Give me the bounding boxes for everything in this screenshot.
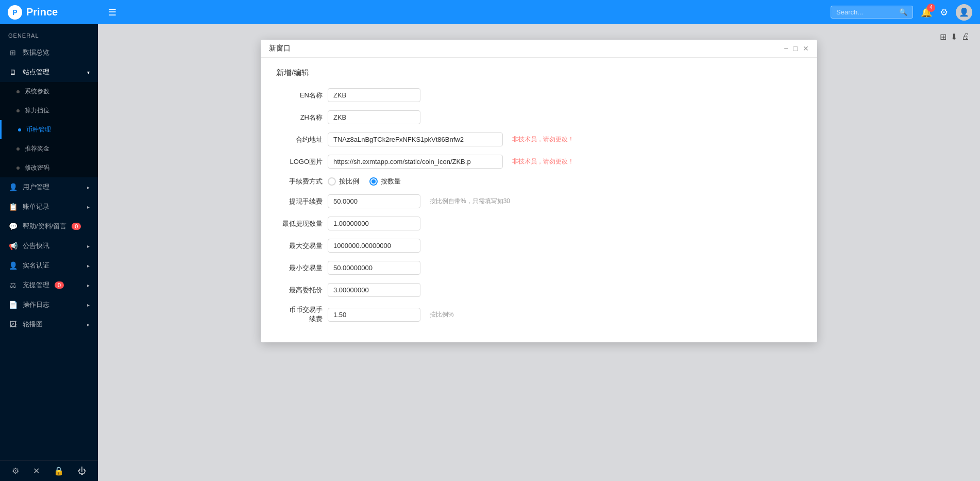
power-icon[interactable]: ⏻ (78, 467, 86, 476)
radio-label-ratio: 按比例 (339, 177, 359, 186)
min-withdraw-input[interactable] (328, 217, 420, 230)
radio-by-quantity[interactable]: 按数量 (369, 177, 401, 186)
sidebar-item-dashboard[interactable]: ⊞ 数据总览 (0, 43, 98, 62)
contract-input[interactable] (328, 132, 503, 146)
currency-fee-hint: 按比例% (430, 310, 454, 319)
deposit-badge: 0 (55, 281, 64, 289)
form-row-max-trade: 最大交易量 (276, 239, 802, 253)
radio-by-ratio[interactable]: 按比例 (328, 177, 359, 186)
sidebar-item-hashrate[interactable]: 算力挡位 (0, 101, 98, 120)
close-icon[interactable]: ✕ (33, 466, 40, 476)
contract-label: 合约地址 (276, 135, 323, 144)
lock-icon[interactable]: 🔒 (54, 466, 64, 476)
logo-label: LOGO图片 (276, 157, 323, 167)
form-row-zh-name: ZH名称 (276, 110, 802, 124)
min-trade-input[interactable] (328, 261, 420, 275)
form-row-contract: 合约地址 非技术员，请勿更改！ (276, 132, 802, 146)
withdraw-fee-input[interactable] (328, 194, 420, 208)
form-row-currency-fee: 币币交易手续费 按比例% (276, 305, 802, 324)
sidebar-item-site-mgmt[interactable]: 🖥 站点管理 ▾ (0, 62, 98, 82)
currency-fee-input[interactable] (328, 308, 420, 322)
modal-controls: − □ ✕ (784, 44, 809, 53)
hamburger-menu-icon[interactable]: ☰ (106, 4, 119, 21)
sidebar-item-referral[interactable]: 推荐奖金 (0, 139, 98, 158)
withdraw-fee-hint: 按比例自带%，只需填写如30 (430, 197, 510, 206)
sidebar-item-help[interactable]: 💬 帮助/资料/留言 0 (0, 217, 98, 236)
radio-label-quantity: 按数量 (381, 177, 401, 186)
help-badge: 0 (72, 223, 81, 230)
kyc-icon: 👤 (8, 261, 18, 270)
sidebar-label-dashboard: 数据总览 (23, 48, 49, 57)
search-icon[interactable]: 🔍 (899, 8, 907, 16)
arrow-icon-deposits: ▸ (87, 283, 90, 288)
dot-sys-params (16, 90, 20, 93)
fee-method-label: 手续费方式 (276, 177, 323, 186)
notification-badge: 4 (927, 4, 935, 12)
sidebar-item-password[interactable]: 修改密码 (0, 158, 98, 177)
sidebar-submenu-site-mgmt: 系统参数 算力挡位 币种管理 推荐奖金 修改密码 (0, 82, 98, 177)
sidebar-label-kyc: 实名认证 (23, 261, 49, 270)
sidebar-label-password: 修改密码 (25, 163, 49, 172)
logo-icon: P (8, 5, 22, 20)
zh-name-input[interactable] (328, 110, 420, 124)
header-actions: 🔍 🔔 4 ⚙ 👤 (831, 4, 972, 21)
radio-circle-quantity (369, 177, 378, 186)
sidebar-label-hashrate: 算力挡位 (25, 106, 49, 115)
sidebar-item-announcements[interactable]: 📢 公告快讯 ▸ (0, 236, 98, 256)
sidebar-item-account-log[interactable]: 📋 账单记录 ▸ (0, 197, 98, 217)
close-button[interactable]: ✕ (803, 44, 809, 53)
min-withdraw-label: 最低提现数量 (276, 219, 323, 228)
sidebar-label-account-log: 账单记录 (23, 202, 49, 211)
sidebar-item-kyc[interactable]: 👤 实名认证 ▸ (0, 256, 98, 275)
sidebar-label-carousel: 轮播图 (23, 320, 43, 329)
deposit-icon: ⚖ (8, 281, 18, 289)
form-row-withdraw-fee: 提现手续费 按比例自带%，只需填写如30 (276, 194, 802, 208)
search-box[interactable]: 🔍 (831, 6, 913, 19)
dot-hashrate (16, 109, 20, 112)
logo-input[interactable] (328, 155, 503, 169)
form-row-min-trade: 最小交易量 (276, 261, 802, 275)
notification-button[interactable]: 🔔 4 (921, 7, 932, 18)
contract-hint: 非技术员，请勿更改！ (512, 135, 574, 144)
minimize-button[interactable]: − (784, 44, 788, 53)
avatar[interactable]: 👤 (956, 4, 972, 21)
max-trade-input[interactable] (328, 239, 420, 253)
min-trade-label: 最小交易量 (276, 263, 323, 273)
zh-name-label: ZH名称 (276, 113, 323, 122)
en-name-input[interactable] (328, 88, 420, 102)
max-entrust-label: 最高委托价 (276, 286, 323, 295)
max-trade-label: 最大交易量 (276, 241, 323, 251)
search-input[interactable] (836, 8, 897, 16)
modal-dialog: 新窗口 − □ ✕ 新增/编辑 EN名称 (261, 40, 817, 342)
content-area: ⊞ ⬇ 🖨 新窗口 − □ ✕ 新增/编辑 EN (98, 24, 980, 481)
account-icon: 📋 (8, 203, 18, 211)
app-name: Prince (26, 6, 58, 18)
arrow-icon-ann: ▸ (87, 243, 90, 249)
expand-arrow-icon: ▾ (87, 70, 90, 75)
modal-overlay: 新窗口 − □ ✕ 新增/编辑 EN名称 (98, 24, 980, 481)
sidebar-item-deposits[interactable]: ⚖ 充提管理 0 ▸ (0, 275, 98, 295)
sidebar-label-announcements: 公告快讯 (23, 241, 49, 251)
form-row-fee-method: 手续费方式 按比例 按数量 (276, 177, 802, 186)
settings-icon[interactable]: ⚙ (12, 466, 19, 476)
tools-button[interactable]: ⚙ (940, 7, 948, 18)
currency-fee-label: 币币交易手续费 (276, 305, 323, 324)
sidebar-label-help: 帮助/资料/留言 (23, 222, 66, 231)
sidebar-item-sys-params[interactable]: 系统参数 (0, 82, 98, 101)
form-row-logo: LOGO图片 非技术员，请勿更改！ (276, 155, 802, 169)
maximize-button[interactable]: □ (793, 44, 798, 53)
sidebar-item-user-mgmt[interactable]: 👤 用户管理 ▸ (0, 177, 98, 197)
monitor-icon: 🖥 (8, 68, 18, 76)
dot-currency (18, 128, 21, 131)
carousel-icon: 🖼 (8, 320, 18, 328)
max-entrust-input[interactable] (328, 283, 420, 297)
sidebar-item-op-log[interactable]: 📄 操作日志 ▸ (0, 295, 98, 314)
sidebar: GENERAL ⊞ 数据总览 🖥 站点管理 ▾ 系统参数 算力挡位 币种管理 (0, 24, 98, 481)
radio-circle-ratio (328, 177, 336, 186)
sidebar-label-user-mgmt: 用户管理 (23, 183, 49, 192)
sidebar-item-carousel[interactable]: 🖼 轮播图 ▸ (0, 314, 98, 334)
help-icon: 💬 (8, 222, 18, 230)
sidebar-item-currency[interactable]: 币种管理 (0, 120, 98, 139)
form-row-max-entrust: 最高委托价 (276, 283, 802, 297)
fee-method-radio-group: 按比例 按数量 (328, 177, 401, 186)
